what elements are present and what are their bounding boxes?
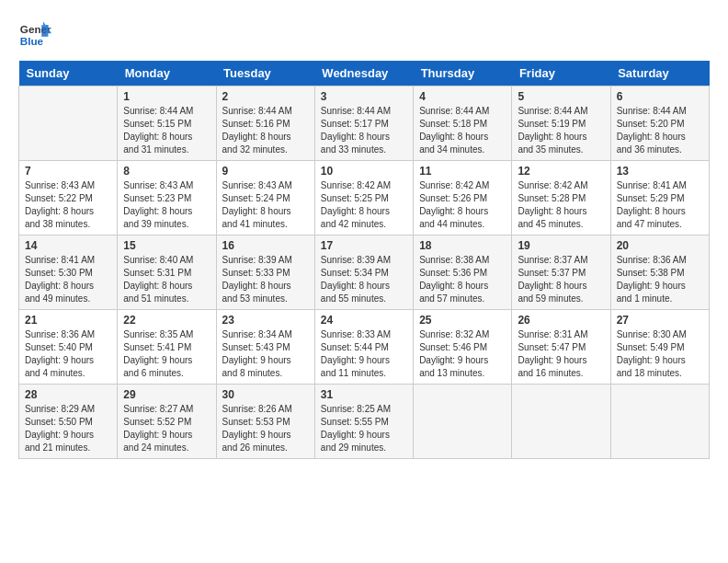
daylight-text: Daylight: 8 hours and 49 minutes. bbox=[25, 280, 111, 305]
day-info: Sunrise: 8:43 AMSunset: 5:23 PMDaylight:… bbox=[123, 179, 210, 231]
sunrise-text: Sunrise: 8:34 AM bbox=[222, 328, 309, 341]
calendar-cell: 1Sunrise: 8:44 AMSunset: 5:15 PMDaylight… bbox=[118, 86, 216, 161]
calendar-week-row: 14Sunrise: 8:41 AMSunset: 5:30 PMDayligh… bbox=[19, 236, 710, 310]
day-info: Sunrise: 8:27 AMSunset: 5:52 PMDaylight:… bbox=[123, 403, 210, 454]
sunset-text: Sunset: 5:33 PM bbox=[222, 267, 309, 280]
calendar-cell: 24Sunrise: 8:33 AMSunset: 5:44 PMDayligh… bbox=[314, 310, 413, 385]
calendar-cell: 21Sunrise: 8:36 AMSunset: 5:40 PMDayligh… bbox=[19, 310, 118, 385]
sunset-text: Sunset: 5:52 PM bbox=[123, 416, 210, 429]
calendar-cell: 13Sunrise: 8:41 AMSunset: 5:29 PMDayligh… bbox=[610, 161, 709, 236]
calendar-cell: 22Sunrise: 8:35 AMSunset: 5:41 PMDayligh… bbox=[118, 310, 216, 385]
day-info: Sunrise: 8:44 AMSunset: 5:16 PMDaylight:… bbox=[222, 105, 309, 156]
sunset-text: Sunset: 5:28 PM bbox=[518, 192, 604, 205]
weekday-header: Saturday bbox=[610, 61, 709, 86]
sunrise-text: Sunrise: 8:25 AM bbox=[321, 403, 407, 416]
weekday-header: Tuesday bbox=[216, 61, 314, 86]
daylight-text: Daylight: 8 hours and 34 minutes. bbox=[419, 131, 506, 156]
sunset-text: Sunset: 5:18 PM bbox=[419, 118, 506, 131]
day-number: 12 bbox=[518, 165, 604, 178]
day-number: 30 bbox=[222, 388, 309, 401]
day-number: 13 bbox=[617, 165, 703, 178]
day-number: 5 bbox=[518, 90, 604, 103]
calendar-cell: 30Sunrise: 8:26 AMSunset: 5:53 PMDayligh… bbox=[216, 385, 314, 459]
day-number: 24 bbox=[321, 314, 407, 327]
daylight-text: Daylight: 8 hours and 45 minutes. bbox=[518, 205, 604, 231]
day-info: Sunrise: 8:38 AMSunset: 5:36 PMDaylight:… bbox=[419, 254, 506, 305]
sunrise-text: Sunrise: 8:27 AM bbox=[123, 403, 210, 416]
sunset-text: Sunset: 5:50 PM bbox=[25, 416, 111, 429]
day-number: 10 bbox=[321, 165, 407, 178]
day-info: Sunrise: 8:44 AMSunset: 5:18 PMDaylight:… bbox=[419, 105, 506, 156]
sunrise-text: Sunrise: 8:39 AM bbox=[321, 254, 407, 267]
calendar-cell: 23Sunrise: 8:34 AMSunset: 5:43 PMDayligh… bbox=[216, 310, 314, 385]
calendar-cell: 10Sunrise: 8:42 AMSunset: 5:25 PMDayligh… bbox=[314, 161, 413, 236]
weekday-header-row: SundayMondayTuesdayWednesdayThursdayFrid… bbox=[19, 61, 710, 86]
daylight-text: Daylight: 9 hours and 11 minutes. bbox=[321, 354, 407, 380]
day-info: Sunrise: 8:34 AMSunset: 5:43 PMDaylight:… bbox=[222, 328, 309, 380]
sunset-text: Sunset: 5:31 PM bbox=[123, 267, 210, 280]
sunset-text: Sunset: 5:38 PM bbox=[617, 267, 703, 280]
daylight-text: Daylight: 8 hours and 32 minutes. bbox=[222, 131, 309, 156]
sunrise-text: Sunrise: 8:42 AM bbox=[518, 179, 604, 192]
day-number: 4 bbox=[419, 90, 506, 103]
daylight-text: Daylight: 9 hours and 13 minutes. bbox=[419, 354, 506, 380]
sunset-text: Sunset: 5:24 PM bbox=[222, 192, 309, 205]
day-info: Sunrise: 8:42 AMSunset: 5:26 PMDaylight:… bbox=[419, 179, 506, 231]
sunrise-text: Sunrise: 8:26 AM bbox=[222, 403, 309, 416]
calendar-cell: 3Sunrise: 8:44 AMSunset: 5:17 PMDaylight… bbox=[314, 86, 413, 161]
sunrise-text: Sunrise: 8:36 AM bbox=[25, 328, 111, 341]
daylight-text: Daylight: 9 hours and 16 minutes. bbox=[518, 354, 604, 380]
day-number: 8 bbox=[123, 165, 210, 178]
sunset-text: Sunset: 5:53 PM bbox=[222, 416, 309, 429]
weekday-header: Friday bbox=[512, 61, 610, 86]
day-info: Sunrise: 8:26 AMSunset: 5:53 PMDaylight:… bbox=[222, 403, 309, 454]
sunrise-text: Sunrise: 8:43 AM bbox=[222, 179, 309, 192]
sunset-text: Sunset: 5:19 PM bbox=[518, 118, 604, 131]
daylight-text: Daylight: 8 hours and 35 minutes. bbox=[518, 131, 604, 156]
daylight-text: Daylight: 9 hours and 18 minutes. bbox=[617, 354, 703, 380]
daylight-text: Daylight: 8 hours and 38 minutes. bbox=[25, 205, 111, 231]
calendar-cell: 15Sunrise: 8:40 AMSunset: 5:31 PMDayligh… bbox=[118, 236, 216, 310]
sunset-text: Sunset: 5:44 PM bbox=[321, 341, 407, 354]
daylight-text: Daylight: 9 hours and 29 minutes. bbox=[321, 429, 407, 454]
calendar-cell: 18Sunrise: 8:38 AMSunset: 5:36 PMDayligh… bbox=[414, 236, 512, 310]
calendar-cell: 2Sunrise: 8:44 AMSunset: 5:16 PMDaylight… bbox=[216, 86, 314, 161]
daylight-text: Daylight: 8 hours and 41 minutes. bbox=[222, 205, 309, 231]
calendar-cell: 7Sunrise: 8:43 AMSunset: 5:22 PMDaylight… bbox=[19, 161, 118, 236]
sunset-text: Sunset: 5:17 PM bbox=[321, 118, 407, 131]
day-number: 27 bbox=[617, 314, 703, 327]
day-info: Sunrise: 8:40 AMSunset: 5:31 PMDaylight:… bbox=[123, 254, 210, 305]
sunset-text: Sunset: 5:26 PM bbox=[419, 192, 506, 205]
sunrise-text: Sunrise: 8:44 AM bbox=[518, 105, 604, 118]
calendar-cell bbox=[19, 86, 118, 161]
day-info: Sunrise: 8:32 AMSunset: 5:46 PMDaylight:… bbox=[419, 328, 506, 380]
daylight-text: Daylight: 9 hours and 8 minutes. bbox=[222, 354, 309, 380]
sunrise-text: Sunrise: 8:38 AM bbox=[419, 254, 506, 267]
calendar-week-row: 21Sunrise: 8:36 AMSunset: 5:40 PMDayligh… bbox=[19, 310, 710, 385]
day-info: Sunrise: 8:30 AMSunset: 5:49 PMDaylight:… bbox=[617, 328, 703, 380]
day-number: 22 bbox=[123, 314, 210, 327]
weekday-header: Thursday bbox=[414, 61, 512, 86]
day-number: 21 bbox=[25, 314, 111, 327]
daylight-text: Daylight: 9 hours and 24 minutes. bbox=[123, 429, 210, 454]
sunset-text: Sunset: 5:41 PM bbox=[123, 341, 210, 354]
day-info: Sunrise: 8:44 AMSunset: 5:20 PMDaylight:… bbox=[617, 105, 703, 156]
calendar-cell: 5Sunrise: 8:44 AMSunset: 5:19 PMDaylight… bbox=[512, 86, 610, 161]
daylight-text: Daylight: 8 hours and 57 minutes. bbox=[419, 280, 506, 305]
daylight-text: Daylight: 8 hours and 47 minutes. bbox=[617, 205, 703, 231]
daylight-text: Daylight: 8 hours and 53 minutes. bbox=[222, 280, 309, 305]
sunrise-text: Sunrise: 8:44 AM bbox=[617, 105, 703, 118]
day-info: Sunrise: 8:29 AMSunset: 5:50 PMDaylight:… bbox=[25, 403, 111, 454]
day-info: Sunrise: 8:39 AMSunset: 5:34 PMDaylight:… bbox=[321, 254, 407, 305]
calendar-cell bbox=[512, 385, 610, 459]
sunrise-text: Sunrise: 8:43 AM bbox=[123, 179, 210, 192]
sunrise-text: Sunrise: 8:44 AM bbox=[123, 105, 210, 118]
calendar-cell: 4Sunrise: 8:44 AMSunset: 5:18 PMDaylight… bbox=[414, 86, 512, 161]
day-info: Sunrise: 8:44 AMSunset: 5:15 PMDaylight:… bbox=[123, 105, 210, 156]
calendar-cell: 16Sunrise: 8:39 AMSunset: 5:33 PMDayligh… bbox=[216, 236, 314, 310]
day-number: 6 bbox=[617, 90, 703, 103]
day-number: 19 bbox=[518, 239, 604, 252]
day-info: Sunrise: 8:39 AMSunset: 5:33 PMDaylight:… bbox=[222, 254, 309, 305]
day-number: 25 bbox=[419, 314, 506, 327]
sunset-text: Sunset: 5:49 PM bbox=[617, 341, 703, 354]
